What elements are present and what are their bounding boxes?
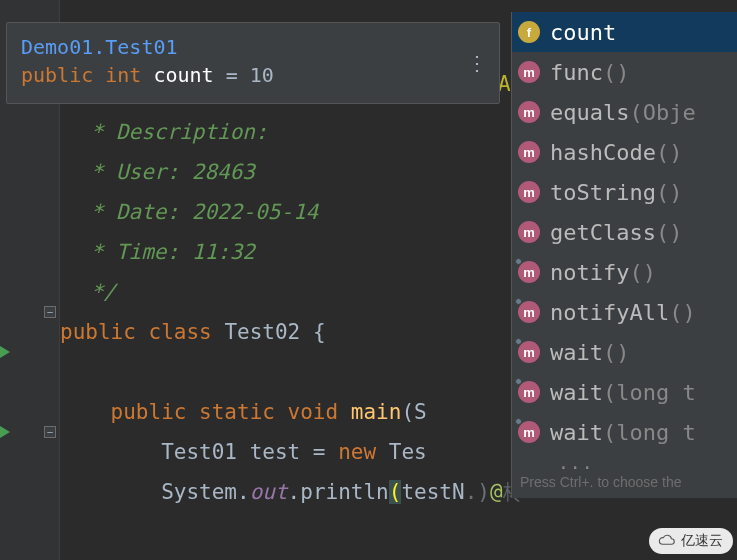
completion-item[interactable]: mfunc(): [512, 52, 737, 92]
lock-pin-icon: [515, 298, 522, 305]
completion-item-name: wait: [550, 380, 603, 405]
completion-item[interactable]: mnotify(): [512, 252, 737, 292]
tooltip-title: Demo01.Test01: [21, 35, 485, 59]
completion-item-name: getClass: [550, 220, 656, 245]
completion-item-name: hashCode: [550, 140, 656, 165]
lock-pin-icon: [515, 338, 522, 345]
completion-item-params: (): [656, 180, 683, 205]
method-badge-icon: m: [518, 221, 540, 243]
completion-item-params: (): [603, 60, 630, 85]
completion-item-params: (): [629, 260, 656, 285]
completion-item-params: (long t: [603, 420, 696, 445]
method-badge-icon: m: [518, 421, 540, 443]
completion-item-params: (): [656, 220, 683, 245]
completion-popup[interactable]: fcountmfunc()mequals(ObjemhashCode()mtoS…: [511, 12, 737, 498]
completion-item[interactable]: mwait(long t: [512, 412, 737, 452]
more-vert-icon[interactable]: ⋮: [467, 51, 487, 75]
completion-item-name: notify: [550, 260, 629, 285]
completion-item-params: (long t: [603, 380, 696, 405]
completion-item-name: toString: [550, 180, 656, 205]
lock-pin-icon: [515, 418, 522, 425]
method-badge-icon: m: [518, 101, 540, 123]
completion-item[interactable]: fcount: [512, 12, 737, 52]
method-badge-icon: m: [518, 141, 540, 163]
completion-more-indicator: ...: [512, 452, 737, 468]
cloud-icon: [655, 534, 677, 548]
completion-item[interactable]: mgetClass(): [512, 212, 737, 252]
lock-pin-icon: [515, 378, 522, 385]
completion-item[interactable]: mwait(long t: [512, 372, 737, 412]
watermark: 亿速云: [649, 528, 733, 554]
completion-item[interactable]: mhashCode(): [512, 132, 737, 172]
completion-item-params: (Obje: [629, 100, 695, 125]
completion-item-params: (): [603, 340, 630, 365]
method-badge-icon: m: [518, 261, 540, 283]
method-badge-icon: m: [518, 381, 540, 403]
completion-item[interactable]: mtoString(): [512, 172, 737, 212]
completion-item-name: notifyAll: [550, 300, 669, 325]
quick-doc-tooltip: Demo01.Test01 public int count = 10 ⋮: [6, 22, 500, 104]
field-badge-icon: f: [518, 21, 540, 43]
completion-item[interactable]: mequals(Obje: [512, 92, 737, 132]
method-badge-icon: m: [518, 301, 540, 323]
method-badge-icon: m: [518, 341, 540, 363]
completion-item[interactable]: mwait(): [512, 332, 737, 372]
completion-item-name: wait: [550, 340, 603, 365]
tooltip-signature: public int count = 10: [21, 63, 485, 87]
completion-item-name: wait: [550, 420, 603, 445]
watermark-text: 亿速云: [681, 532, 723, 550]
method-badge-icon: m: [518, 61, 540, 83]
completion-item-params: (): [669, 300, 696, 325]
completion-item-name: count: [550, 20, 616, 45]
lock-pin-icon: [515, 258, 522, 265]
completion-item-params: (): [656, 140, 683, 165]
completion-hint: Press Ctrl+. to choose the: [512, 468, 737, 498]
completion-item[interactable]: mnotifyAll(): [512, 292, 737, 332]
completion-item-name: func: [550, 60, 603, 85]
method-badge-icon: m: [518, 181, 540, 203]
completion-item-name: equals: [550, 100, 629, 125]
